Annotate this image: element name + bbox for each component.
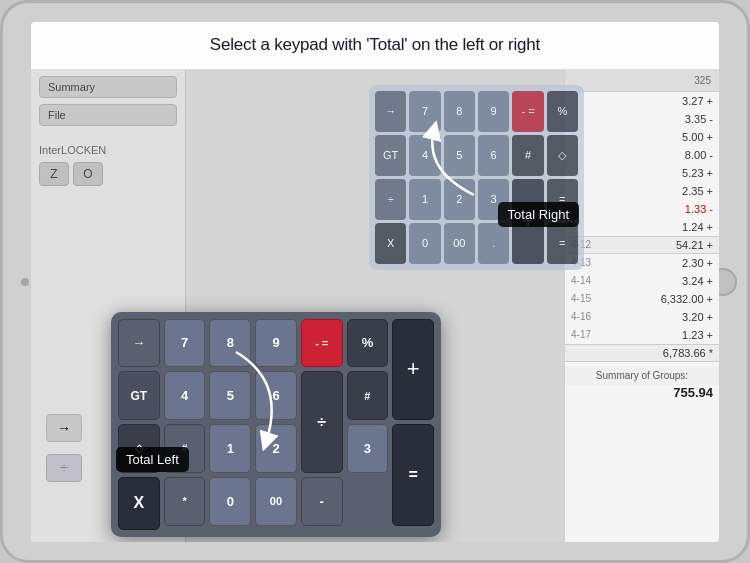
ipad-frame: Select a keypad with 'Total' on the left… [0,0,750,563]
interlocken-label: InterLOCKEN [39,144,177,156]
key-9[interactable]: 9 [255,319,297,368]
key-hash[interactable]: # [347,371,389,420]
camera-dot [21,278,29,286]
tape-row: 5.23 + [565,164,719,182]
tape-row: 1.33 - [565,200,719,218]
right-panel-tape: 325 3.27 + 3.35 - 5.00 + 8.00 - 5.23 + 2… [564,70,719,542]
key-3[interactable]: 3 [347,424,389,473]
screen: Select a keypad with 'Total' on the left… [31,22,719,542]
key-gt[interactable]: GT [118,371,160,420]
ghost-key-7: 7 [409,91,440,132]
tape-row: 4-171.23 + [565,326,719,344]
tooltip-total-right: Total Right [498,202,579,227]
tape-grand-row: 6,783.66 * [565,344,719,362]
main-keypad[interactable]: → 7 8 9 - = % + GT 4 5 6 ÷ # ◇ [111,312,441,537]
key-x[interactable]: X [118,477,160,530]
key-dot[interactable]: - [301,477,343,526]
ghost-key-arrow: → [375,91,406,132]
tape-row: 3.27 + [565,92,719,110]
ghost-key-hash: # [512,135,543,176]
tape-row: 1.24 + [565,218,719,236]
tape-row: 5.00 + [565,128,719,146]
app-background: Summary File InterLOCKEN Z O → ÷ [31,70,719,542]
ghost-keypad: → 7 8 9 - = % GT 4 5 6 # ◇ ÷ 1 2 3 + [369,85,584,270]
file-button[interactable]: File [39,104,177,126]
key-star[interactable]: * [164,477,206,526]
interlocken-buttons: Z O [39,162,177,186]
key-pct[interactable]: % [347,319,389,368]
tape-row: 4-132.30 + [565,254,719,272]
ghost-key-eq3: = [547,223,578,264]
summary-button[interactable]: Summary [39,76,177,98]
tape-row: 4-143.24 + [565,272,719,290]
key-0[interactable]: 0 [209,477,251,526]
ghost-key-6: 6 [478,135,509,176]
ghost-key-gt: GT [375,135,406,176]
key-plus[interactable]: + [392,319,434,421]
ghost-key-9: 9 [478,91,509,132]
tape-summary-label: Summary of Groups: [565,366,719,385]
key-equals[interactable]: = [392,424,434,526]
ghost-key-minus-eq: - = [512,91,543,132]
ghost-key-dot: . [478,223,509,264]
tape-row: 4-163.20 + [565,308,719,326]
tape-subtotal-row: 4-1254.21 + [565,236,719,254]
instruction-text: Select a keypad with 'Total' on the left… [210,35,540,55]
interlocken-btn-z[interactable]: Z [39,162,69,186]
tape-row: 8.00 - [565,146,719,164]
key-minus-eq[interactable]: - = [301,319,343,368]
ghost-key-1: 1 [409,179,440,220]
tape-row: 2.35 + [565,182,719,200]
ghost-key-pct: % [547,91,578,132]
ghost-key-diamond: ◇ [547,135,578,176]
ghost-key-2: 2 [444,179,475,220]
key-5[interactable]: 5 [209,371,251,420]
key-6[interactable]: 6 [255,371,297,420]
tape-summary-value: 755.94 [565,385,719,400]
ghost-key-5: 5 [444,135,475,176]
key-7[interactable]: 7 [164,319,206,368]
key-2[interactable]: 2 [255,424,297,473]
key-1[interactable]: 1 [209,424,251,473]
center-area: → 7 8 9 - = % GT 4 5 6 # ◇ ÷ 1 2 3 + [186,70,564,542]
ghost-key-4: 4 [409,135,440,176]
key-00[interactable]: 00 [255,477,297,526]
key-arrow[interactable]: → [118,319,160,368]
tape-row: 3.35 - [565,110,719,128]
ghost-key-div: ÷ [375,179,406,220]
key-4[interactable]: 4 [164,371,206,420]
left-panel-div-btn[interactable]: ÷ [46,454,82,482]
ghost-key-x: X [375,223,406,264]
ghost-key-8: 8 [444,91,475,132]
ghost-key-00: 00 [444,223,475,264]
interlocken-btn-o[interactable]: O [73,162,103,186]
ghost-key-0: 0 [409,223,440,264]
instruction-bar: Select a keypad with 'Total' on the left… [31,22,719,70]
left-panel-arrow-btn[interactable]: → [46,414,82,442]
key-8[interactable]: 8 [209,319,251,368]
key-div[interactable]: ÷ [301,371,343,473]
tooltip-total-left: Total Left [116,447,189,472]
tape-row: 4-156,332.00 + [565,290,719,308]
tape-header: 325 [565,70,719,92]
